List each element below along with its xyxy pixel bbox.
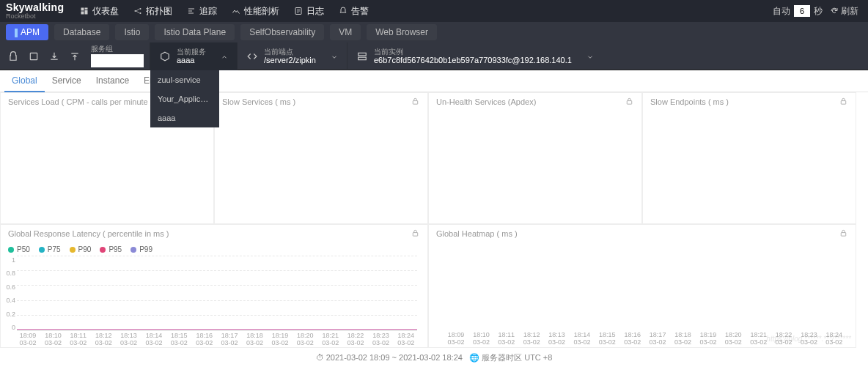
nav-dashboard[interactable]: 仪表盘 bbox=[73, 0, 126, 22]
tab-vm[interactable]: VM bbox=[330, 24, 361, 40]
svg-rect-12 bbox=[413, 233, 417, 237]
svg-rect-13 bbox=[841, 233, 845, 237]
tab-self[interactable]: SelfObservability bbox=[240, 24, 324, 40]
trace-icon bbox=[187, 7, 196, 15]
svg-rect-9 bbox=[413, 101, 417, 105]
tab-istio[interactable]: Istio bbox=[115, 24, 149, 40]
alarm-icon bbox=[339, 7, 347, 15]
dropdown-item[interactable]: Your_Applicatio... bbox=[150, 89, 219, 108]
download-icon[interactable] bbox=[44, 46, 65, 67]
refresh-button[interactable]: 刷新 bbox=[826, 5, 862, 18]
svg-point-2 bbox=[140, 12, 141, 14]
dropdown-item[interactable]: zuul-service bbox=[150, 70, 219, 89]
nav-log[interactable]: 日志 bbox=[287, 0, 331, 22]
p95-dot bbox=[100, 247, 106, 253]
dashboard-icon bbox=[80, 7, 89, 15]
topology-icon bbox=[133, 7, 142, 15]
service-group-label: 服务组 bbox=[91, 45, 144, 53]
code-icon bbox=[246, 51, 258, 62]
refresh-icon bbox=[830, 7, 839, 15]
lock-icon[interactable] bbox=[411, 97, 420, 106]
profile-icon bbox=[232, 7, 240, 15]
tab-apm[interactable]: APM bbox=[6, 24, 48, 40]
service-group-input[interactable] bbox=[91, 54, 144, 67]
panel-slow-endpoints: Slow Endpoints ( ms ) bbox=[642, 92, 856, 224]
svg-point-0 bbox=[135, 10, 136, 12]
p50-dot bbox=[8, 247, 14, 253]
latency-legend: P50 P75 P90 P95 P99 bbox=[1, 242, 427, 256]
seconds-label: 秒 bbox=[814, 5, 823, 18]
svg-rect-10 bbox=[627, 101, 631, 105]
log-icon bbox=[294, 7, 303, 15]
panel-heatmap: Global Heatmap ( ms ) 18:0903-0218:1003-… bbox=[428, 224, 856, 348]
scope-tabs: Global Service Instance Endpoint bbox=[0, 70, 868, 92]
auto-label: 自动 bbox=[773, 5, 790, 18]
series-line bbox=[17, 329, 417, 330]
toolbar: 服务组 当前服务 aaaa zuul-service Your_Applicat… bbox=[0, 42, 868, 70]
svg-rect-5 bbox=[358, 53, 367, 56]
dashboard-grid: Services Load ( CPM - calls per minute )… bbox=[0, 92, 868, 348]
brand: Skywalking Rocketbot bbox=[6, 2, 64, 20]
export-icon[interactable] bbox=[23, 46, 44, 67]
lock-icon[interactable] bbox=[625, 97, 634, 106]
nav-alarm[interactable]: 告警 bbox=[331, 0, 376, 22]
nav-topology[interactable]: 拓扑图 bbox=[126, 0, 180, 22]
panel-slow-services: Slow Services ( ms ) bbox=[214, 92, 428, 224]
subtab-service[interactable]: Service bbox=[45, 70, 89, 92]
tab-web[interactable]: Web Browser bbox=[367, 24, 437, 40]
p90-dot bbox=[70, 247, 76, 253]
panel-latency: Global Response Latency ( percentile in … bbox=[0, 224, 428, 348]
footer-time-range[interactable]: ⏱ 2021-03-02 18:09 ~ 2021-03-02 18:24 🌐 … bbox=[0, 348, 868, 368]
svg-rect-11 bbox=[841, 101, 845, 105]
service-group-block: 服务组 bbox=[91, 45, 144, 67]
x-axis: 18:0903-0218:1003-0218:1103-0218:1203-02… bbox=[1, 331, 427, 347]
auto-seconds-input[interactable] bbox=[794, 5, 810, 17]
panel-unhealth: Un-Health Services (Apdex) bbox=[428, 92, 642, 224]
package-icon bbox=[159, 51, 171, 62]
auto-refresh-group: 自动 秒 刷新 bbox=[773, 5, 862, 18]
tab-istio-dp[interactable]: Istio Data Plane bbox=[155, 24, 235, 40]
instance-selector[interactable]: 当前实例 e6b7c8fd567642b0b1eb597a770933fc@19… bbox=[347, 42, 603, 70]
dropdown-item[interactable]: aaaa bbox=[150, 108, 219, 127]
svg-rect-6 bbox=[358, 57, 367, 60]
svg-point-1 bbox=[140, 8, 141, 10]
lock-icon[interactable] bbox=[3, 46, 23, 67]
chevron-up-icon bbox=[221, 53, 228, 60]
lock-icon[interactable] bbox=[839, 97, 848, 106]
subtab-instance[interactable]: Instance bbox=[89, 70, 136, 92]
lock-icon[interactable] bbox=[411, 229, 420, 238]
lock-icon[interactable] bbox=[839, 229, 848, 238]
nav-trace[interactable]: 追踪 bbox=[180, 0, 224, 22]
nav-profile[interactable]: 性能剖析 bbox=[224, 0, 287, 22]
tab-database[interactable]: Database bbox=[54, 24, 109, 40]
p99-dot bbox=[130, 247, 136, 253]
service-selector[interactable]: 当前服务 aaaa zuul-service Your_Applicatio..… bbox=[150, 42, 237, 70]
watermark: https://blog.******.***/****** bbox=[766, 335, 851, 343]
endpoint-selector[interactable]: 当前端点 /server2/zipkin bbox=[237, 42, 347, 70]
subtab-global[interactable]: Global bbox=[4, 70, 45, 92]
latency-chart: 10.80.60.40.20 bbox=[1, 256, 427, 331]
module-tabs: APM Database Istio Istio Data Plane Self… bbox=[0, 22, 868, 42]
top-nav: Skywalking Rocketbot 仪表盘 拓扑图 追踪 性能剖析 日志 … bbox=[0, 0, 868, 22]
p75-dot bbox=[39, 247, 45, 253]
server-icon bbox=[356, 51, 368, 62]
chevron-down-icon bbox=[331, 53, 338, 60]
chevron-down-icon bbox=[586, 53, 594, 60]
service-dropdown: zuul-service Your_Applicatio... aaaa bbox=[150, 70, 219, 127]
import-icon[interactable] bbox=[65, 46, 85, 67]
